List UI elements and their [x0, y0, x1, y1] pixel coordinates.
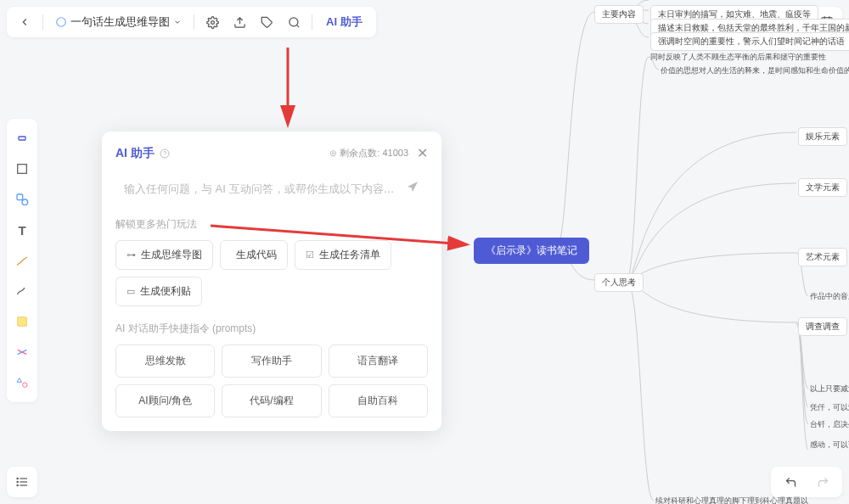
mindmap-leaf[interactable]: 以上只要减过艺术家中的音乐、文学构思 [810, 384, 849, 395]
ai-assistant-button[interactable]: AI 助手 [318, 14, 371, 30]
ai-prompt-button[interactable]: 思维发散 [115, 344, 215, 378]
svg-point-0 [57, 18, 66, 27]
pen-tool[interactable] [7, 246, 37, 275]
ai-panel-title: AI 助手 [115, 146, 170, 161]
node-tool[interactable] [7, 124, 37, 153]
mindmap-leaf[interactable]: 续对科研和心理真理的脚下理到科心理真题以 [655, 496, 808, 504]
mindmap-leaf[interactable]: 强调时空间的重要性，警示人们望时间记神的话语 [650, 32, 849, 51]
mindmap-root-node[interactable]: 《启示录》读书笔记 [474, 238, 589, 264]
mindmap-leaf[interactable]: 价值的思想对人的生活的释来，是时间感知和生命价值的独特性基是存读者提示 [661, 65, 849, 76]
connector-tool[interactable] [7, 277, 37, 305]
outline-toggle[interactable] [7, 467, 37, 497]
send-button[interactable] [406, 180, 419, 197]
svg-point-22 [17, 484, 18, 485]
ai-prompt-button[interactable]: 自助百科 [329, 384, 428, 417]
more-shapes-tool[interactable] [7, 368, 37, 397]
mindmap-leaf[interactable]: 感动，可以调动身记者的人产生消解决痛想，情介深而，从而前一步感恨音乐、文学和当想… [810, 440, 849, 451]
redo-icon [817, 476, 829, 489]
ai-chip-checklist[interactable]: ☑生成任务清单 [295, 240, 391, 270]
search-icon [288, 16, 301, 29]
svg-rect-12 [17, 194, 23, 200]
help-icon[interactable] [160, 148, 170, 159]
mindmap-leaf[interactable]: 作品中的音乐、文学和艺术元素，给人带申假想的视感感知 [810, 291, 849, 302]
frame-tool[interactable] [7, 154, 37, 183]
chevron-down-icon [173, 18, 182, 26]
shape-tool[interactable] [7, 185, 37, 214]
gear-icon [206, 16, 219, 29]
ai-assistant-panel: AI 助手 ⊙ 剩余点数: 41003 ✕ 解锁更多热门玩法 ⊶生成思维导图生成… [102, 132, 441, 431]
list-icon [15, 475, 29, 489]
svg-point-16 [23, 383, 27, 387]
sticky-note-tool[interactable] [7, 307, 37, 336]
left-toolbar: T [7, 119, 37, 402]
mindmap-branch-node[interactable]: 主要内容 [594, 5, 644, 24]
ai-prompt-button[interactable]: 语言翻译 [329, 344, 428, 378]
top-toolbar: 一句话生成思维导图 AI 助手 [7, 7, 376, 37]
undo-icon [784, 476, 797, 489]
svg-marker-15 [17, 378, 21, 383]
search-button[interactable] [281, 9, 306, 35]
mindmap-leaf[interactable]: 同时反映了人类不顾生态平衡的后果和拯守的重要性 [650, 52, 826, 63]
prompts-section-label: AI 对话助手快捷指令 (prompts) [115, 322, 428, 336]
svg-point-21 [17, 481, 18, 482]
svg-point-1 [211, 20, 214, 24]
points-remaining: ⊙ 剩余点数: 41003 [329, 147, 408, 160]
svg-line-5 [296, 25, 299, 27]
tag-button[interactable] [254, 9, 279, 35]
mindmap-leaf[interactable]: 艺术元素 [798, 248, 847, 266]
undo-button[interactable] [778, 469, 803, 495]
svg-point-4 [289, 17, 297, 25]
svg-point-20 [17, 478, 18, 479]
send-icon [406, 180, 419, 193]
ai-prompt-input[interactable] [124, 182, 399, 195]
ai-prompt-button[interactable]: 代码/编程 [222, 384, 321, 417]
svg-rect-14 [18, 317, 27, 327]
ai-chip-mindmap[interactable]: ⊶生成思维导图 [115, 240, 213, 270]
mindmap-leaf[interactable]: 文学元素 [798, 178, 847, 197]
ai-chip-note[interactable]: ▭生成便利贴 [115, 277, 202, 306]
mindmap-branch-node[interactable]: 个人思考 [594, 273, 644, 292]
text-tool[interactable]: T [7, 216, 37, 244]
document-title-dropdown[interactable]: 一句话生成思维导图 [48, 14, 188, 30]
svg-point-13 [22, 199, 28, 205]
mindmap-leaf[interactable]: 台钎，启决生操作它根感恨， [810, 419, 849, 430]
close-button[interactable]: ✕ [417, 145, 428, 161]
ai-prompt-button[interactable]: 写作助手 [222, 344, 321, 378]
mindmap-leaf[interactable]: 凭仟，可以满足观赏会引发感共情， [810, 402, 849, 413]
settings-button[interactable] [200, 9, 225, 35]
export-icon [233, 16, 246, 29]
ai-chip-code[interactable]: 生成代码 [220, 240, 288, 270]
mindmap-leaf[interactable]: 调查调查 [798, 317, 847, 336]
history-controls [771, 467, 842, 497]
svg-rect-11 [18, 165, 27, 174]
export-button[interactable] [227, 9, 252, 35]
mindmap-leaf[interactable]: 娱乐元素 [798, 127, 847, 146]
redo-button[interactable] [810, 469, 835, 495]
ai-prompt-button[interactable]: AI顾问/角色 [115, 384, 215, 417]
document-title: 一句话生成思维导图 [70, 14, 170, 30]
mixer-tool[interactable] [7, 338, 37, 367]
tag-icon [261, 16, 273, 29]
back-button[interactable] [12, 9, 37, 35]
hot-section-label: 解锁更多热门玩法 [115, 217, 428, 232]
svg-rect-10 [19, 137, 25, 140]
